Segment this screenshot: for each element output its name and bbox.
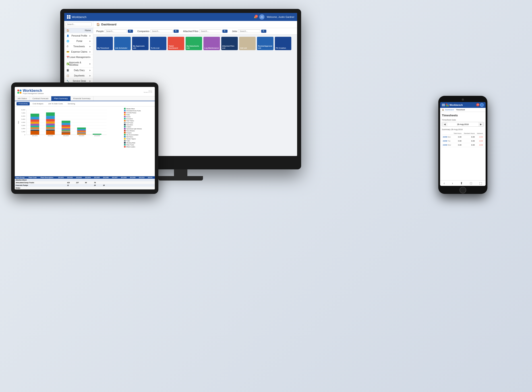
date-link[interactable]: 24/08 [443,144,447,146]
tile-todo-list[interactable]: To Do List [150,37,166,50]
phone-notification-bell[interactable]: 🔔 15 [476,104,479,106]
svg-rect-20 [31,117,39,119]
tab-financial-summary[interactable]: Financial Summary [71,96,94,101]
th-period-9: 2013/09 [129,176,138,179]
nav-forward-button[interactable]: › [452,181,453,185]
nav-share-button[interactable]: ⬆ [460,181,463,185]
date-link[interactable]: 23/08 [443,140,447,142]
variance-cell: -8.00 [475,143,484,147]
timesheet-date-label: Timesheet Date [442,119,484,121]
tile-job-scheduler[interactable]: Job Scheduler [114,37,131,50]
tile-my-timesheet[interactable]: My Timesheet [96,37,113,50]
table-cell [138,184,147,187]
companies-search-group: Companies 🔍 [138,29,179,33]
wb-logo-grid-icon [17,90,21,93]
subtab-cost-analysis[interactable]: Cost Analysis [31,102,45,105]
svg-rect-28 [31,131,39,135]
svg-text:1,000: 1,000 [21,131,25,132]
svg-rect-41 [62,121,70,123]
phone-app-title: Workbench [449,104,463,106]
companies-search-button[interactable]: 🔍 [174,30,179,33]
phone-logo-icon [446,104,449,106]
people-search-button[interactable]: 🔍 [128,30,133,33]
hamburger-menu-button[interactable] [442,104,445,106]
people-search-group: People 🔍 [96,29,133,33]
tile-review-approval[interactable]: Review/Approval List [257,37,273,50]
legend-label: Float Trailers [126,120,134,121]
chevron-icon: ▶ [90,56,91,58]
tile-my-datasheets[interactable]: My Datasheets List [185,37,202,50]
date-prev-button[interactable]: ◀ [442,122,447,126]
svg-text:2013/05: 2013/05 [94,135,100,136]
version-number: Version 3.1.12 [144,92,152,93]
table-cell [57,184,66,187]
companies-search-input[interactable] [150,29,173,33]
sidebar-item-timesheets[interactable]: ⏱ Timesheets ▶ [64,44,93,49]
sidebar-search-input[interactable] [66,22,92,26]
tile-tablet-dashboard[interactable]: Tablet Dashboard [168,37,184,50]
th-period-5: 2013/05 [93,176,102,179]
sidebar-item-approvals[interactable]: ✅ Approvals & Workflow ▶ [64,60,93,68]
tile-po-creation[interactable]: PO Creation [275,37,291,50]
tab-plant-summary[interactable]: Plant Summary [51,96,71,101]
legend-color-dot [124,120,126,121]
phone-avatar[interactable]: 👤 [480,103,484,107]
tile-log-maintenance[interactable]: Log Maintenance [204,37,220,50]
hamburger-line [442,106,445,106]
nav-back-button[interactable]: ‹ [444,181,445,185]
legend-dozers: Dozers [124,116,153,117]
tab-contract-forecast[interactable]: Contract Forecast [30,96,52,101]
tablet-header: Workbench Project Management Software De… [15,87,155,96]
sidebar-item-personal-profile[interactable]: 👤 Personal Profile ▶ [64,33,93,38]
sidebar-label-expense: Expense Claims [71,51,87,53]
bar-chart: 8,000 7,000 6,000 5,000 4,000 3,000 2,00… [17,108,122,175]
svg-text:3,000: 3,000 [21,125,25,126]
legend-color-dot [124,124,126,126]
sidebar-item-portal[interactable]: 🌐 Portal ▶ [64,38,93,44]
th-variance: Variance [475,132,484,135]
nav-tabs-button[interactable]: ⬚ [479,181,482,185]
legend-color-dot [124,122,126,123]
th-period-11: 2013/1 [147,176,155,179]
sidebar-item-expense-claims[interactable]: 💳 Expense Claims ▶ [64,49,93,55]
legend-vibrating-roller: Vibrating Roller [124,142,153,144]
notification-bell[interactable]: 🔔 15 [254,16,257,19]
sidebar-item-daily-diary[interactable]: 📓 Daily Diary ▶ [64,68,93,73]
files-search-button[interactable]: 🔍 [222,30,228,33]
companies-label: Companies [138,30,149,33]
legend-label: Dollys [126,114,130,115]
nav-bookmark-button[interactable]: □ [470,181,472,185]
tile-attached-files[interactable]: Attached Files List [221,37,238,50]
legend-skid-steers: Skid Steers [124,136,153,137]
hamburger-line [442,105,445,105]
tile-my-approvals[interactable]: My Approvals List [132,37,149,50]
sidebar-item-daysheets[interactable]: 📋 Daysheets ▶ [64,73,93,79]
desktop-topbar: Workbench 🔔 15 JG Welcome, Justin Gardne… [64,13,297,21]
user-avatar[interactable]: JG [259,14,265,20]
svg-text:2013/01: 2013/01 [32,135,38,136]
table-cell: 11 [66,184,75,187]
subtab-servicing[interactable]: Servicing [66,102,77,105]
date-link[interactable]: 22/08 [443,136,447,138]
jobs-search-input[interactable] [238,29,260,33]
phone-home-button[interactable] [460,187,466,193]
svg-rect-42 [62,123,70,125]
jobs-search-button[interactable]: 🔍 [261,30,266,33]
breadcrumb-home-link[interactable]: Dashboard [445,109,454,111]
sidebar-item-home[interactable]: 🏠 Home [64,28,93,33]
table-cell [147,181,155,184]
subtab-life-to-date[interactable]: Life To Date Costs [46,102,65,105]
subtab-productivity[interactable]: Productivity [17,102,30,105]
desktop-app-title: Workbench [72,15,86,19]
files-search-input[interactable] [199,29,222,33]
table-cell [138,181,147,184]
legend-scrapers: Scrapers [124,132,153,134]
date-next-button[interactable]: ▶ [478,122,484,126]
tile-job-list[interactable]: Job List [239,37,256,50]
people-search-input[interactable] [104,29,127,33]
tab-job-status[interactable]: Job Status [15,96,30,101]
svg-text:2013/03: 2013/03 [63,135,69,136]
chevron-icon: ▶ [90,69,91,71]
sidebar-item-leave-management[interactable]: 📅 Leave Management ▶ [64,55,93,60]
th-period-7: 2013/07 [111,176,120,179]
